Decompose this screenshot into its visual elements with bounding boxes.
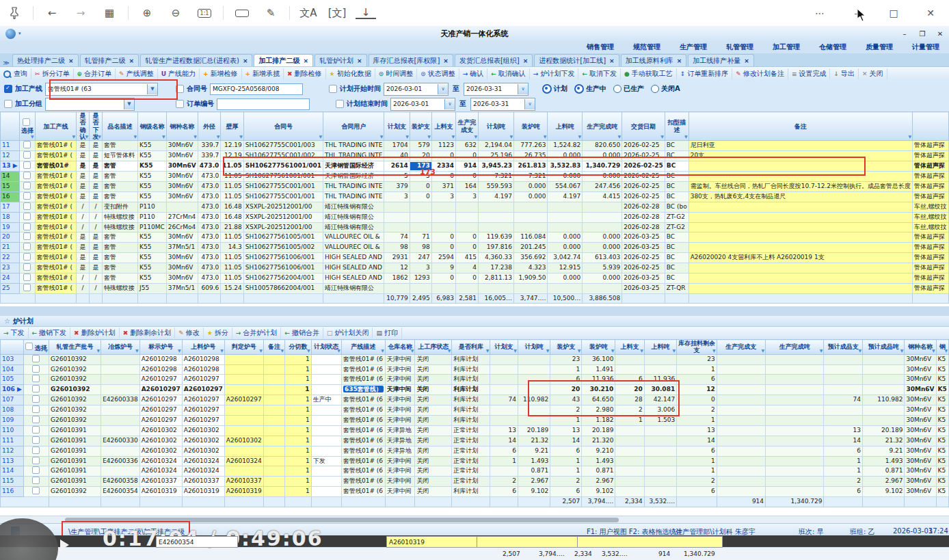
radio-生产中[interactable]: 生产中: [574, 84, 606, 94]
app-close-button[interactable]: ✕: [931, 30, 949, 38]
column-header-扣型描述[interactable]: 扣型描述▼: [665, 112, 689, 141]
filter-icon[interactable]: ▼: [380, 135, 384, 139]
table-row[interactable]: 16套管线01# (是是套管K5530Mn6V473.011.05SH10627…: [1, 191, 949, 202]
row-checkbox[interactable]: [32, 477, 40, 484]
row-number[interactable]: 21: [1, 243, 20, 253]
toolbar-button-撤销合并[interactable]: ←撤销合并: [281, 328, 323, 338]
scrollbar-thumb[interactable]: [65, 518, 619, 522]
row-checkbox[interactable]: [23, 243, 31, 250]
translate-icon[interactable]: 文A: [298, 5, 319, 21]
row-checkbox[interactable]: [23, 284, 31, 291]
contract-filter-checkbox[interactable]: [176, 85, 184, 93]
plan-start-from[interactable]: 2026-03-01 ∨: [384, 83, 449, 96]
filter-icon[interactable]: ▼: [660, 135, 664, 139]
column-header-生产完成吨[interactable]: 生产完成吨▼: [583, 112, 622, 141]
radio-计划[interactable]: 计划: [542, 84, 567, 94]
column-header-生产完成吨[interactable]: 生产完成吨▼: [766, 340, 824, 355]
filter-icon[interactable]: ▼: [259, 349, 263, 354]
column-header-仓库名称[interactable]: 仓库名称▼: [385, 340, 415, 355]
row-number[interactable]: 106 ▶: [1, 385, 24, 395]
row-number[interactable]: 104: [1, 364, 24, 375]
table-row[interactable]: 25套管线01# (//特殊螺纹接J5537Mn5/1609.615.24SH1…: [1, 283, 949, 293]
table-row[interactable]: 111G26010391E42600330A26010302A26010302A…: [1, 436, 949, 446]
column-header-库存挂料剩余支[interactable]: 库存挂料剩余支▼: [677, 340, 717, 355]
filter-icon[interactable]: ▼: [135, 349, 139, 354]
table-row[interactable]: 12套管线01# (是是短节管体料K5530Mn6V339.712.19SH10…: [1, 151, 949, 161]
filter-icon[interactable]: ▼: [544, 135, 547, 139]
row-checkbox[interactable]: [23, 232, 31, 240]
filter-icon[interactable]: ▼: [900, 349, 904, 354]
filter-icon[interactable]: ▼: [217, 135, 220, 139]
table-row[interactable]: 115G26010391E42600358A26010337A26010337A…: [1, 477, 949, 487]
table-row[interactable]: 23套管线01# (是是套管K5530Mn6V473.011.05SH10627…: [1, 263, 949, 274]
row-checkbox[interactable]: [23, 223, 31, 230]
tab-轧管生产进程数据汇总(进程表)[interactable]: 轧管生产进程数据汇总(进程表)×: [140, 54, 252, 66]
toolbar-button-产线调整[interactable]: ✎产线调整: [116, 68, 158, 79]
row-checkbox[interactable]: [23, 274, 31, 281]
tab-加工排产二级[interactable]: 加工排产二级×: [254, 54, 313, 66]
column-header-装炉吨[interactable]: 装炉吨▼: [514, 112, 548, 141]
toolbar-button-下发[interactable]: →下发: [0, 328, 29, 338]
toolbar-button-导出[interactable]: ↓导出: [830, 68, 859, 79]
row-number[interactable]: 110: [1, 425, 24, 436]
column-header-选择[interactable]: 选择▼: [19, 112, 35, 141]
menu-item-规范管理[interactable]: 规范管理: [633, 42, 660, 52]
row-checkbox[interactable]: [32, 405, 40, 413]
column-header-壁厚[interactable]: 壁厚▼: [221, 112, 243, 141]
row-checkbox[interactable]: [32, 426, 40, 434]
tab-发货汇总报表[组织][interactable]: 发货汇总报表[组织]×: [455, 54, 533, 66]
tab-close-icon[interactable]: ×: [303, 57, 308, 64]
row-checkbox[interactable]: [23, 213, 31, 220]
filter-icon[interactable]: ▼: [448, 349, 451, 354]
table-row[interactable]: 14套管线01# (是是套管K5530Mn6V473.011.05SH10627…: [1, 172, 949, 182]
filter-icon[interactable]: ▼: [474, 135, 477, 139]
filter-icon[interactable]: ▼: [405, 135, 409, 139]
grid-icon[interactable]: ▦: [99, 5, 120, 21]
menu-item-计量管理[interactable]: 计量管理: [912, 42, 939, 52]
row-checkbox[interactable]: [32, 466, 40, 474]
filter-icon[interactable]: ▼: [578, 135, 582, 139]
row-number[interactable]: 15: [1, 181, 20, 191]
table-row[interactable]: 106 ▶G26010392A26010297A260102971635套管线）…: [1, 385, 949, 395]
filter-icon[interactable]: ▼: [162, 135, 165, 139]
group-filter-checkbox[interactable]: [4, 100, 12, 108]
table-row[interactable]: 17套管线01# (//变扣附件P110473.016.48XSXPL-2025…: [1, 202, 949, 212]
chevron-down-icon[interactable]: ∨: [518, 84, 528, 94]
menu-item-销售管理[interactable]: 销售管理: [587, 42, 614, 52]
row-checkbox[interactable]: [23, 202, 31, 210]
row-number[interactable]: 116: [1, 487, 24, 497]
column-header-产线描述[interactable]: 产线描述▼: [341, 340, 385, 355]
tab-close-icon[interactable]: ×: [243, 57, 248, 64]
filter-icon[interactable]: ▼: [97, 349, 101, 354]
splitter[interactable]: [0, 306, 949, 316]
toolbar-button-关闭[interactable]: ✕关闭: [859, 68, 887, 79]
menu-item-加工管理[interactable]: 加工管理: [773, 42, 800, 52]
menu-item-质量管理[interactable]: 质量管理: [866, 42, 893, 52]
row-checkbox[interactable]: [32, 375, 40, 382]
row-checkbox[interactable]: [32, 436, 40, 444]
chevron-down-icon[interactable]: ∨: [438, 84, 448, 94]
toolbar-button-新增承揽[interactable]: +新增承揽: [242, 68, 284, 79]
column-header-轧管生产批号[interactable]: 轧管生产批号▼: [49, 340, 101, 355]
row-number[interactable]: 16: [1, 191, 20, 202]
row-checkbox[interactable]: [23, 161, 31, 169]
column-header-计划吨[interactable]: 计划吨▼: [518, 340, 550, 355]
row-number[interactable]: 108: [1, 405, 24, 416]
tab-overflow-icon[interactable]: ≫: [0, 59, 12, 66]
filter-icon[interactable]: ▼: [281, 349, 284, 354]
row-number[interactable]: 112: [1, 446, 24, 456]
toolbar-button-查询[interactable]: 查询: [0, 68, 31, 79]
toolbar-button-删除检修[interactable]: ✖删除检修: [284, 68, 326, 79]
table-row[interactable]: 112G26010391A26010302A260103021套管线01# (6…: [1, 446, 949, 456]
column-header-选择[interactable]: 选择▼: [23, 340, 49, 355]
filter-icon[interactable]: ▼: [381, 349, 384, 354]
chevron-down-icon[interactable]: ∨: [524, 99, 535, 109]
filter-icon[interactable]: ▼: [684, 135, 688, 139]
row-checkbox[interactable]: [23, 253, 31, 261]
filter-icon[interactable]: ▼: [411, 349, 414, 354]
column-header-装炉支[interactable]: 装炉支▼: [410, 112, 431, 141]
row-checkbox[interactable]: [23, 172, 31, 179]
column-header-是否确认[interactable]: 是否确认▼: [77, 112, 90, 141]
row-number[interactable]: 107: [1, 395, 24, 405]
ocr-icon[interactable]: [文]: [327, 5, 347, 21]
